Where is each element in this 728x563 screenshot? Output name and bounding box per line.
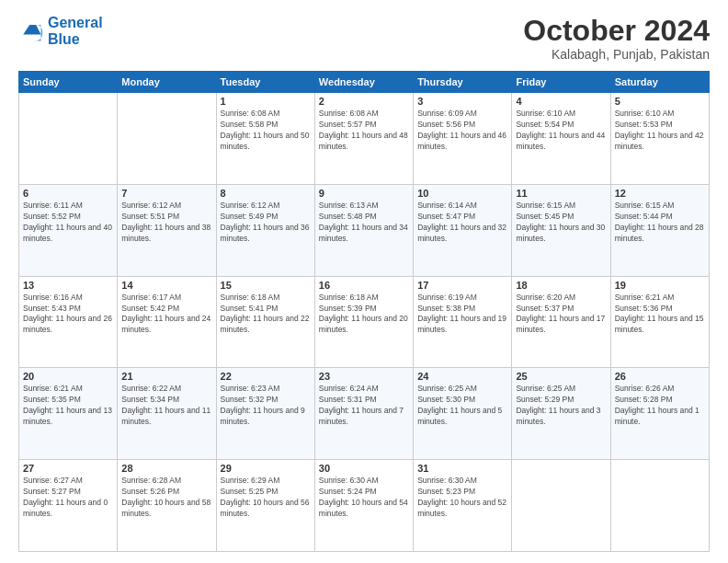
day-detail: Sunrise: 6:18 AM Sunset: 5:41 PM Dayligh… [221, 293, 311, 337]
day-detail: Sunrise: 6:09 AM Sunset: 5:56 PM Dayligh… [417, 109, 507, 153]
calendar-cell: 15Sunrise: 6:18 AM Sunset: 5:41 PM Dayli… [216, 276, 314, 368]
day-header-thursday: Thursday [414, 72, 512, 93]
day-number: 29 [221, 463, 311, 474]
day-number: 14 [121, 280, 211, 291]
logo-icon [18, 18, 44, 44]
day-number: 20 [23, 371, 113, 382]
calendar-cell: 8Sunrise: 6:12 AM Sunset: 5:49 PM Daylig… [216, 184, 314, 276]
calendar-cell: 20Sunrise: 6:21 AM Sunset: 5:35 PM Dayli… [19, 368, 118, 460]
calendar-header-row: SundayMondayTuesdayWednesdayThursdayFrid… [19, 72, 710, 93]
day-detail: Sunrise: 6:27 AM Sunset: 5:27 PM Dayligh… [23, 476, 113, 520]
day-number: 8 [221, 188, 311, 199]
day-detail: Sunrise: 6:13 AM Sunset: 5:48 PM Dayligh… [319, 201, 409, 245]
day-number: 11 [516, 188, 606, 199]
logo-line2: Blue [48, 31, 80, 47]
day-detail: Sunrise: 6:15 AM Sunset: 5:44 PM Dayligh… [615, 201, 705, 245]
day-number: 2 [319, 96, 409, 107]
day-number: 28 [121, 463, 211, 474]
calendar-week-5: 27Sunrise: 6:27 AM Sunset: 5:27 PM Dayli… [19, 460, 710, 552]
day-number: 23 [319, 371, 409, 382]
day-number: 10 [417, 188, 507, 199]
day-detail: Sunrise: 6:21 AM Sunset: 5:35 PM Dayligh… [23, 384, 113, 428]
calendar-cell: 24Sunrise: 6:25 AM Sunset: 5:30 PM Dayli… [414, 368, 512, 460]
day-number: 13 [23, 280, 113, 291]
day-number: 16 [319, 280, 409, 291]
day-detail: Sunrise: 6:17 AM Sunset: 5:42 PM Dayligh… [121, 293, 211, 337]
calendar-cell: 22Sunrise: 6:23 AM Sunset: 5:32 PM Dayli… [216, 368, 314, 460]
day-detail: Sunrise: 6:11 AM Sunset: 5:52 PM Dayligh… [23, 201, 113, 245]
day-number: 19 [615, 280, 705, 291]
calendar-cell [19, 93, 118, 185]
day-number: 9 [319, 188, 409, 199]
day-number: 26 [615, 371, 705, 382]
day-number: 15 [221, 280, 311, 291]
calendar-cell: 2Sunrise: 6:08 AM Sunset: 5:57 PM Daylig… [314, 93, 413, 185]
day-detail: Sunrise: 6:21 AM Sunset: 5:36 PM Dayligh… [615, 293, 705, 337]
calendar-cell: 13Sunrise: 6:16 AM Sunset: 5:43 PM Dayli… [19, 276, 118, 368]
calendar-cell: 30Sunrise: 6:30 AM Sunset: 5:24 PM Dayli… [314, 460, 413, 552]
calendar-cell: 12Sunrise: 6:15 AM Sunset: 5:44 PM Dayli… [610, 184, 709, 276]
calendar-cell: 5Sunrise: 6:10 AM Sunset: 5:53 PM Daylig… [610, 93, 709, 185]
day-header-friday: Friday [512, 72, 610, 93]
day-number: 4 [516, 96, 606, 107]
location: Kalabagh, Punjab, Pakistan [523, 47, 710, 62]
day-number: 7 [121, 188, 211, 199]
logo: General Blue [18, 15, 103, 47]
calendar-cell: 31Sunrise: 6:30 AM Sunset: 5:23 PM Dayli… [414, 460, 512, 552]
day-detail: Sunrise: 6:15 AM Sunset: 5:45 PM Dayligh… [516, 201, 606, 245]
logo-line1: General [48, 15, 103, 30]
day-number: 31 [417, 463, 507, 474]
day-detail: Sunrise: 6:30 AM Sunset: 5:23 PM Dayligh… [417, 476, 507, 520]
calendar-cell: 28Sunrise: 6:28 AM Sunset: 5:26 PM Dayli… [118, 460, 216, 552]
calendar-cell: 14Sunrise: 6:17 AM Sunset: 5:42 PM Dayli… [118, 276, 216, 368]
day-detail: Sunrise: 6:10 AM Sunset: 5:54 PM Dayligh… [516, 109, 606, 153]
day-number: 22 [221, 371, 311, 382]
calendar-cell: 17Sunrise: 6:19 AM Sunset: 5:38 PM Dayli… [414, 276, 512, 368]
day-number: 21 [121, 371, 211, 382]
calendar-cell: 11Sunrise: 6:15 AM Sunset: 5:45 PM Dayli… [512, 184, 610, 276]
day-header-wednesday: Wednesday [314, 72, 413, 93]
day-detail: Sunrise: 6:12 AM Sunset: 5:51 PM Dayligh… [121, 201, 211, 245]
day-number: 12 [615, 188, 705, 199]
calendar-cell: 25Sunrise: 6:25 AM Sunset: 5:29 PM Dayli… [512, 368, 610, 460]
day-detail: Sunrise: 6:12 AM Sunset: 5:49 PM Dayligh… [221, 201, 311, 245]
calendar-cell: 19Sunrise: 6:21 AM Sunset: 5:36 PM Dayli… [610, 276, 709, 368]
day-header-saturday: Saturday [610, 72, 709, 93]
calendar-table: SundayMondayTuesdayWednesdayThursdayFrid… [18, 71, 710, 552]
day-header-sunday: Sunday [19, 72, 118, 93]
calendar-cell: 9Sunrise: 6:13 AM Sunset: 5:48 PM Daylig… [314, 184, 413, 276]
month-title: October 2024 [523, 15, 710, 47]
calendar-cell: 21Sunrise: 6:22 AM Sunset: 5:34 PM Dayli… [118, 368, 216, 460]
calendar-cell: 26Sunrise: 6:26 AM Sunset: 5:28 PM Dayli… [610, 368, 709, 460]
day-number: 17 [417, 280, 507, 291]
day-number: 25 [516, 371, 606, 382]
day-detail: Sunrise: 6:29 AM Sunset: 5:25 PM Dayligh… [221, 476, 311, 520]
calendar-cell: 23Sunrise: 6:24 AM Sunset: 5:31 PM Dayli… [314, 368, 413, 460]
day-detail: Sunrise: 6:19 AM Sunset: 5:38 PM Dayligh… [417, 293, 507, 337]
calendar-cell: 4Sunrise: 6:10 AM Sunset: 5:54 PM Daylig… [512, 93, 610, 185]
day-number: 1 [221, 96, 311, 107]
day-number: 30 [319, 463, 409, 474]
day-detail: Sunrise: 6:25 AM Sunset: 5:30 PM Dayligh… [417, 384, 507, 428]
day-detail: Sunrise: 6:26 AM Sunset: 5:28 PM Dayligh… [615, 384, 705, 428]
calendar-cell: 27Sunrise: 6:27 AM Sunset: 5:27 PM Dayli… [19, 460, 118, 552]
day-detail: Sunrise: 6:16 AM Sunset: 5:43 PM Dayligh… [23, 293, 113, 337]
day-detail: Sunrise: 6:25 AM Sunset: 5:29 PM Dayligh… [516, 384, 606, 428]
calendar-week-2: 6Sunrise: 6:11 AM Sunset: 5:52 PM Daylig… [19, 184, 710, 276]
day-number: 24 [417, 371, 507, 382]
day-header-monday: Monday [118, 72, 216, 93]
calendar-cell: 1Sunrise: 6:08 AM Sunset: 5:58 PM Daylig… [216, 93, 314, 185]
page: General Blue October 2024 Kalabagh, Punj… [0, 0, 728, 563]
calendar-cell [118, 93, 216, 185]
calendar-week-4: 20Sunrise: 6:21 AM Sunset: 5:35 PM Dayli… [19, 368, 710, 460]
day-number: 6 [23, 188, 113, 199]
day-number: 27 [23, 463, 113, 474]
day-header-tuesday: Tuesday [216, 72, 314, 93]
day-number: 3 [417, 96, 507, 107]
calendar-week-3: 13Sunrise: 6:16 AM Sunset: 5:43 PM Dayli… [19, 276, 710, 368]
day-detail: Sunrise: 6:23 AM Sunset: 5:32 PM Dayligh… [221, 384, 311, 428]
header: General Blue October 2024 Kalabagh, Punj… [18, 15, 710, 62]
calendar-cell: 3Sunrise: 6:09 AM Sunset: 5:56 PM Daylig… [414, 93, 512, 185]
day-detail: Sunrise: 6:18 AM Sunset: 5:39 PM Dayligh… [319, 293, 409, 337]
calendar-week-1: 1Sunrise: 6:08 AM Sunset: 5:58 PM Daylig… [19, 93, 710, 185]
